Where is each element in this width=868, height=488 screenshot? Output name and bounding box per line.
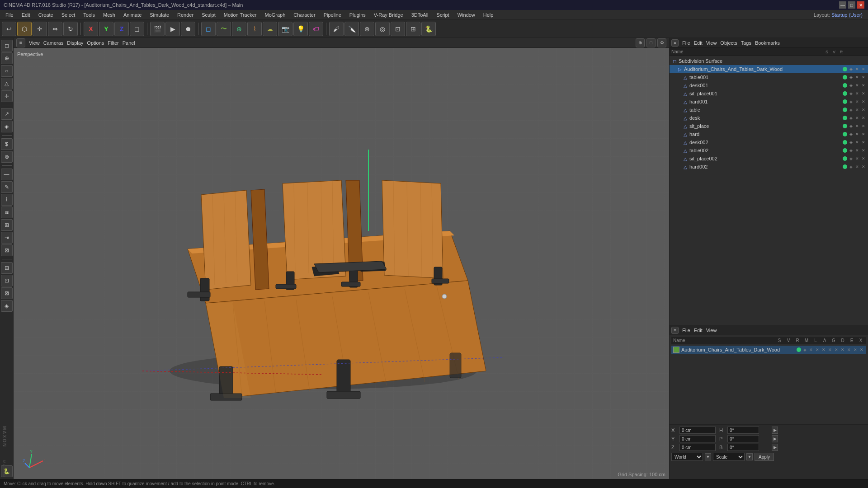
obj-action-8-0[interactable]: ◈ xyxy=(848,123,854,129)
menu-simulate[interactable]: Simulate xyxy=(146,11,173,19)
toolbar-paint[interactable]: 🖌 xyxy=(329,22,344,36)
toolbar-light[interactable]: 💡 xyxy=(293,22,308,36)
viewport-menu-cameras[interactable]: Cameras xyxy=(43,40,64,46)
viewport-menu-filter[interactable]: Filter xyxy=(108,40,118,46)
menu-render[interactable]: Render xyxy=(174,11,197,19)
viewport[interactable]: Perspective Grid Spacing: 100 cm xyxy=(14,48,669,479)
obj-action-5-1[interactable]: ✕ xyxy=(854,99,860,104)
mat-btn-2[interactable]: ✕ xyxy=(808,347,814,352)
obj-action-8-1[interactable]: ✕ xyxy=(854,123,860,129)
toolbar-object-mode[interactable]: ◻ xyxy=(130,22,144,36)
toolbar-cube[interactable]: ◻ xyxy=(201,22,216,36)
toolbar-x[interactable]: X xyxy=(84,22,98,36)
obj-action-13-2[interactable]: ✕ xyxy=(861,164,866,169)
object-list-item-auditorium-chairs-and-tables-dark-wood[interactable]: ▷Auditorium_Chairs_And_Tables_Dark_Wood◈… xyxy=(670,65,868,73)
obj-action-12-2[interactable]: ✕ xyxy=(861,156,866,161)
menu-pipeline[interactable]: Pipeline xyxy=(320,11,345,19)
left-tool-18[interactable]: ⊡ xyxy=(1,275,13,286)
close-button[interactable]: ✕ xyxy=(857,1,864,9)
menu-mesh[interactable]: Mesh xyxy=(99,11,119,19)
minimize-button[interactable]: — xyxy=(839,1,846,9)
coord-b-input[interactable] xyxy=(727,444,759,451)
viewport-move-btn[interactable]: ⊕ xyxy=(636,38,645,47)
obj-action-3-0[interactable]: ◈ xyxy=(848,83,854,88)
mat-panel-menu-view[interactable]: View xyxy=(706,328,717,333)
toolbar-camera[interactable]: 📷 xyxy=(278,22,292,36)
obj-menu-file[interactable]: File xyxy=(682,40,690,46)
menu-plugins[interactable]: Plugins xyxy=(346,11,369,19)
menu-edit[interactable]: Edit xyxy=(18,11,34,19)
toolbar-render[interactable]: ▶ xyxy=(165,22,180,36)
toolbar-render-view[interactable]: 🎬 xyxy=(150,22,165,36)
scale-dropdown-arrow[interactable]: ▼ xyxy=(746,453,753,460)
left-tool-10[interactable]: — xyxy=(1,169,13,180)
object-list-item-table002[interactable]: △table002◈✕✕ xyxy=(670,146,868,155)
obj-action-5-2[interactable]: ✕ xyxy=(861,99,866,104)
obj-action-6-1[interactable]: ✕ xyxy=(854,107,860,113)
obj-action-9-0[interactable]: ◈ xyxy=(848,131,854,137)
left-tool-1[interactable]: ◻ xyxy=(1,40,13,52)
obj-action-12-0[interactable]: ◈ xyxy=(848,156,854,161)
coord-x-expand[interactable]: ▶ xyxy=(772,427,778,434)
left-tool-4[interactable]: △ xyxy=(1,78,13,89)
mat-panel-toggle[interactable]: ≡ xyxy=(671,327,679,334)
left-tool-17[interactable]: ⊟ xyxy=(1,262,13,274)
obj-action-11-1[interactable]: ✕ xyxy=(854,148,860,153)
toolbar-rotate[interactable]: ↻ xyxy=(63,22,78,36)
menu-3dtoall[interactable]: 3DToAll xyxy=(408,11,432,19)
obj-vis-dot-4[interactable] xyxy=(843,91,847,96)
obj-action-10-2[interactable]: ✕ xyxy=(861,140,866,145)
menu-v-ray-bridge[interactable]: V-Ray Bridge xyxy=(370,11,407,19)
left-tool-5[interactable]: ✛ xyxy=(1,90,13,102)
obj-action-2-1[interactable]: ✕ xyxy=(854,75,860,80)
material-name-row[interactable]: Auditorium_Chairs_And_Tables_Dark_Wood ◈… xyxy=(671,346,866,354)
object-list-item-table001[interactable]: △table001◈✕✕ xyxy=(670,73,868,81)
obj-menu-objects[interactable]: Objects xyxy=(720,40,737,46)
obj-vis-dot-7[interactable] xyxy=(843,116,847,120)
viewport-menu-display[interactable]: Display xyxy=(67,40,83,46)
toolbar-magnet[interactable]: ⊛ xyxy=(360,22,374,36)
toolbar-env[interactable]: ☁ xyxy=(263,22,277,36)
obj-action-9-2[interactable]: ✕ xyxy=(861,131,866,137)
apply-button[interactable]: Apply xyxy=(755,453,774,461)
obj-vis-dot-2[interactable] xyxy=(843,75,847,80)
obj-action-3-2[interactable]: ✕ xyxy=(861,83,866,88)
coord-y-expand[interactable]: ▶ xyxy=(772,435,778,442)
obj-action-4-1[interactable]: ✕ xyxy=(854,91,860,96)
obj-vis-dot-10[interactable] xyxy=(843,140,847,145)
obj-action-2-0[interactable]: ◈ xyxy=(848,75,854,80)
toolbar-spline[interactable]: 〜 xyxy=(217,22,231,36)
viewport-menu-options[interactable]: Options xyxy=(87,40,104,46)
coord-y-input[interactable] xyxy=(679,435,716,442)
world-dropdown-arrow[interactable]: ▼ xyxy=(705,453,711,460)
obj-vis-dot-8[interactable] xyxy=(843,124,847,128)
obj-menu-tags[interactable]: Tags xyxy=(741,40,751,46)
object-list-item-desk001[interactable]: △desk001◈✕✕ xyxy=(670,81,868,89)
mat-btn-7[interactable]: ✕ xyxy=(840,347,845,352)
mat-panel-menu-file[interactable]: File xyxy=(682,328,690,333)
toolbar-mirror[interactable]: ⊡ xyxy=(391,22,405,36)
obj-action-1-0[interactable]: ◈ xyxy=(848,66,854,72)
obj-action-10-0[interactable]: ◈ xyxy=(848,140,854,145)
viewport-menu-view[interactable]: View xyxy=(29,40,40,46)
obj-action-13-1[interactable]: ✕ xyxy=(854,164,860,169)
obj-action-5-0[interactable]: ◈ xyxy=(848,99,854,104)
left-tool-9[interactable]: ⊛ xyxy=(1,151,13,163)
toolbar-render-to[interactable]: ⏺ xyxy=(181,22,195,36)
obj-action-13-0[interactable]: ◈ xyxy=(848,164,854,169)
toolbar-knife[interactable]: 🔪 xyxy=(344,22,359,36)
mat-btn-3[interactable]: ✕ xyxy=(815,347,820,352)
menu-help[interactable]: Help xyxy=(480,11,497,19)
obj-action-4-0[interactable]: ◈ xyxy=(848,91,854,96)
obj-vis-dot-13[interactable] xyxy=(843,164,847,169)
menu-motion-tracker[interactable]: Motion Tracker xyxy=(220,11,260,19)
coord-x-input[interactable] xyxy=(679,427,716,434)
obj-action-1-2[interactable]: ✕ xyxy=(861,66,866,72)
obj-action-2-2[interactable]: ✕ xyxy=(861,75,866,80)
obj-action-12-1[interactable]: ✕ xyxy=(854,156,860,161)
world-dropdown[interactable]: World xyxy=(671,453,703,461)
menu-create[interactable]: Create xyxy=(35,11,57,19)
viewport-toggle-btn[interactable]: ≡ xyxy=(16,38,25,47)
mat-btn-4[interactable]: ✕ xyxy=(821,347,826,352)
mat-panel-menu-edit[interactable]: Edit xyxy=(694,328,703,333)
